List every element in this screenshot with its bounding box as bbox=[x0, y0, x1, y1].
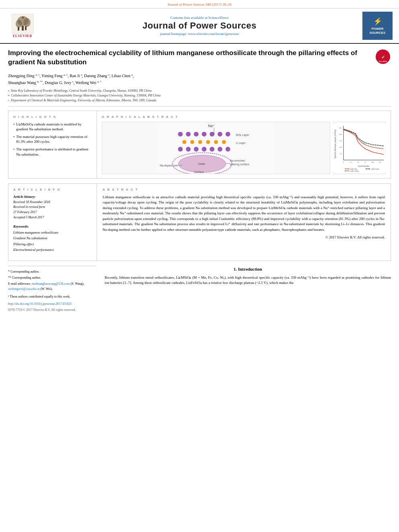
svg-point-20 bbox=[218, 131, 222, 136]
svg-rect-6 bbox=[25, 26, 27, 30]
graphical-abstract-column: G R A P H I C A L A B S T R A C T Na⁺ MO… bbox=[97, 111, 391, 178]
svg-point-21 bbox=[226, 131, 230, 136]
highlights-graphical-section: H I G H L I G H T S • Li₂MnSiO₄ cathode … bbox=[8, 111, 391, 179]
graphical-abstract-visual: Na⁺ MO₂ Layer bbox=[102, 122, 386, 174]
power-logo-box: ⚡ POWER SOURCES bbox=[362, 12, 393, 40]
ga-structure-svg: Na⁺ MO₂ Layer bbox=[102, 122, 330, 174]
svg-point-33 bbox=[210, 147, 214, 152]
contents-prefix: Contents lists available at bbox=[171, 16, 208, 20]
fn-corresponding-1: * Corresponding author. bbox=[8, 269, 97, 275]
highlights-list: • Li₂MnSiO₄ cathode materials is modifie… bbox=[13, 122, 92, 157]
svg-point-2 bbox=[16, 20, 22, 28]
svg-point-31 bbox=[194, 147, 199, 152]
intro-text: Recently, lithium transition metal ortho… bbox=[105, 275, 391, 286]
crossmark-logo: ✓ CrossMark bbox=[375, 49, 391, 65]
author-douglas: Douglas G. Ivey c, bbox=[45, 80, 75, 85]
graphical-abstract-label: G R A P H I C A L A B S T R A C T bbox=[102, 115, 386, 119]
author-shuangbao: Shuangbao Wang b, **, bbox=[8, 80, 45, 85]
svg-text:Core: Core bbox=[198, 162, 206, 166]
journal-homepage: journal homepage: www.elsevier.com/locat… bbox=[43, 32, 356, 36]
abstract-column: A B S T R A C T Lithium manganese orthos… bbox=[97, 184, 391, 261]
bottom-section: * Corresponding author. ** Corresponding… bbox=[8, 266, 391, 314]
fn-issn: 0378-7753/© 2017 Elsevier B.V. All right… bbox=[8, 308, 97, 313]
fn-email-line: E-mail addresses: nnshuangbaowang@126.co… bbox=[8, 281, 97, 292]
svg-point-3 bbox=[23, 18, 31, 27]
article-title-text: Improving the electrochemical cyclabilit… bbox=[8, 49, 371, 67]
svg-text:Cycle Number: Cycle Number bbox=[358, 165, 370, 167]
article-received: Received 18 November 2016 Received in re… bbox=[13, 200, 92, 220]
highlight-item-3: • The superior performance is attributed… bbox=[13, 147, 92, 157]
fn-equal-contrib: ¹ These authors contributed equally to t… bbox=[8, 294, 97, 300]
intro-title: 1. Introduction bbox=[105, 266, 391, 273]
svg-text:170: 170 bbox=[339, 140, 341, 142]
homepage-url[interactable]: www.elsevier.com/locate/jpowsour bbox=[188, 32, 239, 36]
journal-header-center: Contents lists available at ScienceDirec… bbox=[43, 16, 356, 36]
ga-chart-svg: Specific discharge capacity (mAh/g) 270 … bbox=[333, 124, 386, 172]
svg-point-17 bbox=[194, 131, 199, 136]
author-yiming: Yiming Feng a, 1, bbox=[41, 74, 70, 78]
journal-top-bar: Journal of Power Sources 349 (2017) 18–2… bbox=[0, 0, 399, 8]
svg-text:LMSC-0.1Na: LMSC-0.1Na bbox=[371, 168, 379, 170]
svg-point-30 bbox=[186, 147, 191, 152]
affiliations-section: a State Key Laboratory of Powder Metallu… bbox=[8, 88, 391, 107]
ga-structure-diagram: Na⁺ MO₂ Layer bbox=[102, 122, 330, 174]
authors-section: Zhengping Ding a, 1, Yiming Feng a, 1, R… bbox=[8, 73, 391, 86]
svg-point-29 bbox=[178, 147, 183, 152]
article-info-abstract-section: A R T I C L E I N F O Article history: R… bbox=[8, 183, 391, 261]
highlights-label: H I G H L I G H T S bbox=[13, 115, 92, 119]
fn-doi[interactable]: http://dx.doi.org/10.1016/j.jpowsour.201… bbox=[8, 302, 97, 307]
page-header: ELSEVIER Contents lists available at Sci… bbox=[0, 8, 399, 44]
svg-point-18 bbox=[202, 131, 207, 136]
keywords-group: Keywords: Lithium manganese orthosilicat… bbox=[13, 224, 92, 253]
keywords-list: Lithium manganese orthosilicate Gradient… bbox=[13, 230, 92, 253]
copyright-text: © 2017 Elsevier B.V. All rights reserved… bbox=[103, 235, 385, 240]
svg-text:CrossMark: CrossMark bbox=[379, 60, 387, 62]
ga-chart: Specific discharge capacity (mAh/g) 270 … bbox=[333, 122, 386, 174]
crossmark-icon: ✓ CrossMark bbox=[376, 49, 390, 64]
sciencedirect-link[interactable]: ScienceDirect bbox=[208, 16, 228, 20]
author-zhengping: Zhengping Ding a, 1, bbox=[8, 74, 41, 78]
svg-text:270: 270 bbox=[339, 127, 341, 129]
elsevier-tree-icon bbox=[12, 14, 34, 34]
introduction-column: 1. Introduction Recently, lithium transi… bbox=[105, 266, 391, 314]
fn-corresponding-2: ** Corresponding author. bbox=[8, 275, 97, 281]
svg-text:✓: ✓ bbox=[381, 55, 385, 60]
email-1-link[interactable]: nnshuangbaowang@126.com bbox=[32, 282, 70, 286]
svg-text:MO₂ Layer: MO₂ Layer bbox=[236, 134, 249, 137]
svg-text:LMSC-0.05Na: LMSC-0.05Na bbox=[350, 170, 359, 172]
svg-point-35 bbox=[226, 147, 230, 152]
svg-point-24 bbox=[190, 140, 194, 144]
svg-text:220: 220 bbox=[339, 134, 341, 136]
svg-text:120: 120 bbox=[339, 146, 341, 148]
svg-text:Li Layer: Li Layer bbox=[236, 142, 246, 145]
svg-text:LMSC-0Na: LMSC-0Na bbox=[350, 168, 357, 170]
svg-rect-4 bbox=[22, 26, 24, 31]
elsevier-text: ELSEVIER bbox=[13, 34, 32, 38]
svg-text:pillaring surface: pillaring surface bbox=[230, 163, 249, 166]
author-libao: Libao Chen a, bbox=[111, 74, 134, 78]
journal-citation: Journal of Power Sources 349 (2017) 18–2… bbox=[168, 2, 232, 6]
abstract-text: Lithium manganese orthosilicate is an at… bbox=[103, 195, 385, 240]
author-datong: Datong Zhang a, bbox=[84, 74, 111, 78]
power-icon: ⚡ bbox=[373, 17, 382, 26]
svg-point-19 bbox=[210, 131, 214, 136]
affiliation-c: c Department of Chemical & Materials Eng… bbox=[8, 98, 391, 103]
svg-text:0.5 C: 0.5 C bbox=[362, 142, 366, 144]
power-text: POWER SOURCES bbox=[370, 27, 386, 35]
svg-text:25: 25 bbox=[350, 161, 352, 163]
svg-point-23 bbox=[182, 140, 186, 144]
svg-point-32 bbox=[202, 147, 207, 152]
svg-point-27 bbox=[214, 140, 218, 144]
email-2-link[interactable]: weifengwei@csu.edu.cn bbox=[8, 287, 39, 291]
svg-text:100: 100 bbox=[371, 161, 374, 163]
highlight-item-2: • The material possesses high capacity r… bbox=[13, 134, 92, 144]
article-history-group: Article history: Received 18 November 20… bbox=[13, 195, 92, 220]
highlights-column: H I G H L I G H T S • Li₂MnSiO₄ cathode … bbox=[8, 111, 97, 178]
highlight-item-1: • Li₂MnSiO₄ cathode materials is modifie… bbox=[13, 122, 92, 132]
affiliation-b: b Collaborative Innovation Center of Sus… bbox=[8, 93, 391, 98]
footnotes-column: * Corresponding author. ** Corresponding… bbox=[8, 266, 97, 314]
abstract-label: A B S T R A C T bbox=[103, 188, 385, 191]
author-weifeng: Weifeng Wei a, * bbox=[76, 80, 101, 85]
keywords-label: Keywords: bbox=[13, 224, 92, 228]
article-content: Improving the electrochemical cyclabilit… bbox=[0, 44, 399, 318]
